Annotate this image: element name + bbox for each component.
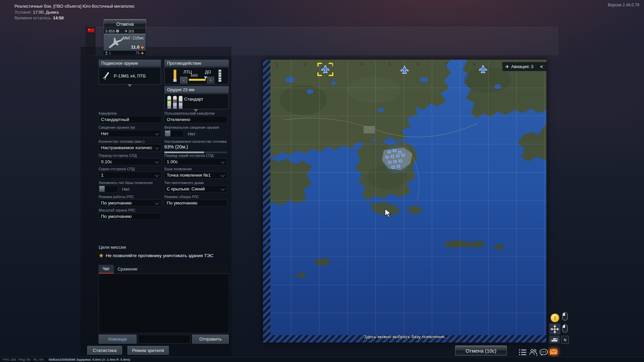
flare-series-dropdown[interactable]: Серия отстрела СПД 1 xyxy=(99,167,161,179)
flare-period-dropdown[interactable]: Период отстрела СПД 0.10с xyxy=(99,154,161,165)
chat-team-button[interactable]: Команда xyxy=(99,335,137,344)
mouse-hint-icon xyxy=(562,324,568,333)
smoke-type-dropdown[interactable]: Тип пилотажного дыма С крыльев: Синий xyxy=(164,181,227,192)
premium-diamond-icon: ◆ xyxy=(141,45,144,50)
aviation-badge[interactable]: ✈ Авиация: 3 < xyxy=(502,62,546,71)
checkbox-state: Нет xyxy=(122,187,130,192)
secondary-weapons-selector[interactable]: Р-13М1 х4, ПТБ xyxy=(99,67,161,84)
crew-icon xyxy=(105,51,108,55)
packet-loss: PL: 0% xyxy=(34,358,44,361)
radar-scale-dropdown[interactable]: Масштаб экрана РЛС По умолчанию xyxy=(99,208,161,220)
grid-row-label: C xyxy=(265,128,269,134)
squad-icon[interactable]: 1 xyxy=(529,349,538,356)
convergence-dropdown[interactable]: Сведение оружия (м) Нет xyxy=(99,125,161,137)
silver-lions-value: 5 855 xyxy=(105,29,115,33)
fuel-amount-dropdown[interactable]: Количество топлива (мин.) Настраиваемое … xyxy=(99,139,161,151)
field-value: 0.10с xyxy=(101,159,112,164)
chevron-down-icon xyxy=(155,131,159,135)
objectives-alert-icon[interactable]: ! xyxy=(550,313,559,322)
vehicle-name: МиГ-21бис xyxy=(123,36,144,41)
map-hint: Здесь можно выбрать базу появления. xyxy=(263,334,546,339)
radar-view-dropdown[interactable]: Режима обзора РЛС По умолчанию xyxy=(164,195,227,206)
spawn-eagle-icon xyxy=(141,51,144,55)
field-label: Пользовательский камуфляж xyxy=(164,111,227,115)
gun-header: Орудие 23 мм xyxy=(164,86,229,93)
fuel-value: 63% (20м.) xyxy=(164,144,227,150)
north-label: N xyxy=(564,338,567,342)
flare-icon xyxy=(173,70,177,82)
tab-battle[interactable]: Сражение xyxy=(114,265,142,274)
chevron-down-icon xyxy=(221,173,224,177)
secondary-weapons-value: Р-13М1 х4, ПТБ xyxy=(99,73,161,78)
statistics-button[interactable]: Статистика xyxy=(87,346,122,355)
vehicle-card[interactable]: МиГ-21бис 11.0 ◆ xyxy=(104,34,146,51)
fps-counter: FPS: 226 xyxy=(3,358,16,361)
battle-log-icon[interactable] xyxy=(519,349,527,356)
custom-camouflage-field[interactable]: Пользовательский камуфляж Отключено xyxy=(164,111,227,123)
cancel-spawn-button[interactable]: Отмена xyxy=(104,19,146,29)
plus-label: + xyxy=(209,78,212,83)
checkbox-knob xyxy=(165,131,170,136)
cm-ratio-slider[interactable] xyxy=(189,79,206,81)
tactical-map[interactable]: 1 2 3 4 5 6 7 8 9 A B C D E F G H I J ✈ … xyxy=(263,60,546,343)
chat-log[interactable] xyxy=(99,274,229,333)
chevron-down-icon xyxy=(155,201,159,204)
mission-objective: ★ Не позволяйте противнику уничтожать зд… xyxy=(99,252,213,259)
cm-minus-button[interactable]: - xyxy=(180,77,187,83)
respawn-plane-icon: ✈ xyxy=(124,29,128,34)
collapse-chevron-icon[interactable]: < xyxy=(540,64,543,69)
field-value: Отключено xyxy=(167,117,190,122)
ammo-belt-selector[interactable]: Стандарт xyxy=(164,94,229,109)
time-value: 14:50 xyxy=(53,16,64,20)
radar-mode-dropdown[interactable]: Режима работы РЛС По умолчанию xyxy=(99,195,161,206)
statistics-label: Статистика xyxy=(93,348,117,353)
minus-label: - xyxy=(183,78,184,83)
cancel-timer-button[interactable]: Отмена (10с) xyxy=(455,346,507,356)
vehicle-stats-row: 5 855 | ✈ 3/3 xyxy=(104,28,146,34)
map-terrain xyxy=(263,60,546,343)
flare-series-period-dropdown[interactable]: Период серий отстрела СПД 1.00с xyxy=(164,154,227,165)
fuel-slider-fill xyxy=(164,152,204,153)
vertical-targeting-checkbox[interactable]: Вертикальное сведение оружия Нет xyxy=(164,125,227,137)
chat-send-button[interactable]: Отправить xyxy=(192,335,229,344)
ping-counter: Ping: 68 xyxy=(18,358,30,361)
conditions-value: 17:00, Дымка xyxy=(33,10,59,15)
fuel-slider-track[interactable] xyxy=(164,152,227,153)
tab-battle-label: Сражение xyxy=(118,267,138,272)
checkbox[interactable] xyxy=(164,130,184,137)
game-version: Версия 2.49.0.79 xyxy=(608,3,639,7)
spawn-base-dropdown[interactable]: База появления Точка появления №1 xyxy=(164,167,227,179)
move-arrows-icon xyxy=(550,325,559,334)
tab-chat[interactable]: Чат xyxy=(99,265,114,274)
battle-title: Реалистичные бои, [ПВО объекта] Юго-Вост… xyxy=(14,4,135,9)
session-info: 58d5a410006d598 Задержка: 8.0ms (A: 2.4m… xyxy=(49,358,130,361)
spectator-mode-button[interactable]: Режим зрителя xyxy=(127,346,169,355)
mail-icon[interactable] xyxy=(549,349,558,355)
remember-spawn-checkbox[interactable]: Запомнить тип базы появления Нет xyxy=(99,181,161,193)
camouflage-field[interactable]: Камуфляж Стандартный xyxy=(99,111,161,123)
grid-row-label: G xyxy=(265,241,269,247)
squad-count: 1 xyxy=(536,353,538,356)
ground-units-toggle[interactable] xyxy=(549,336,560,343)
checkbox[interactable] xyxy=(99,185,118,193)
cm-plus-button[interactable]: + xyxy=(207,77,214,83)
crew-count: 1 xyxy=(109,51,111,55)
map-pan-button[interactable] xyxy=(549,323,560,335)
expand-arrow-icon[interactable] xyxy=(128,84,132,87)
vehicle-card-footer: 1 75 xyxy=(104,51,146,55)
chevron-down-icon xyxy=(221,160,224,163)
belt-shells-icon xyxy=(167,96,183,109)
countermeasures-box: ЛТЦ ДО 64/0 - + xyxy=(164,67,229,84)
field-value: Точка появления №1 xyxy=(167,173,211,178)
field-label: Режима работы РЛС xyxy=(99,195,161,199)
grid-row-label: E xyxy=(265,185,269,190)
time-label: Времени осталось: xyxy=(14,16,52,20)
countermeasures-title: Противодействие xyxy=(167,61,201,66)
battle-rating: 11.0 ◆ xyxy=(131,45,144,50)
messages-icon[interactable] xyxy=(539,349,548,356)
spawn-score: 75 xyxy=(136,51,140,55)
custom-fuel-slider[interactable]: Настраиваемое количество топлива 63% (20… xyxy=(164,139,227,153)
field-value: По умолчанию xyxy=(167,200,197,205)
chat-input[interactable] xyxy=(138,335,191,344)
north-indicator[interactable]: N xyxy=(561,336,569,344)
